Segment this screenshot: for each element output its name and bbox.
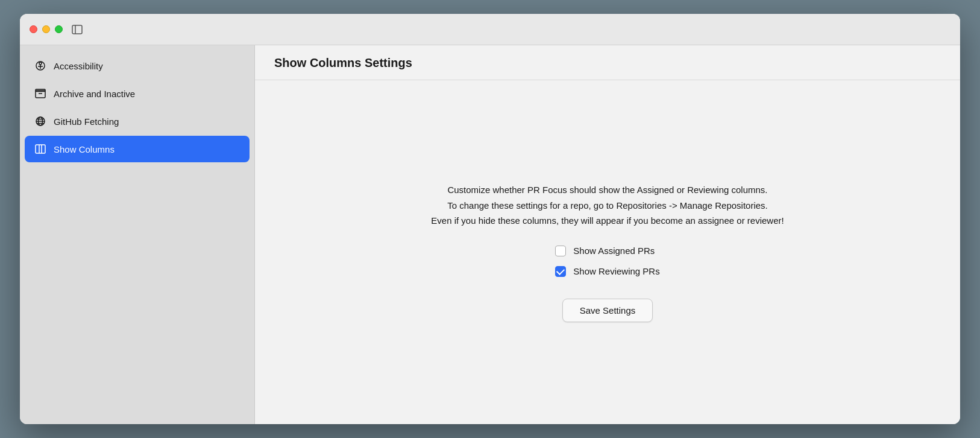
sidebar: Accessibility Archive and Inactive: [20, 45, 255, 424]
show-assigned-prs-item[interactable]: Show Assigned PRs: [555, 246, 655, 256]
minimize-button[interactable]: [42, 25, 50, 33]
show-reviewing-prs-item[interactable]: Show Reviewing PRs: [555, 266, 659, 277]
description-line2: To change these settings for a repo, go …: [431, 198, 784, 214]
sidebar-item-label: Accessibility: [54, 61, 103, 71]
description: Customize whether PR Focus should show t…: [431, 182, 784, 229]
main-body: Customize whether PR Focus should show t…: [255, 80, 960, 424]
checkbox-group: Show Assigned PRs Show Reviewing PRs: [555, 246, 659, 277]
svg-rect-14: [36, 145, 45, 153]
accessibility-icon: [34, 60, 46, 72]
show-reviewing-prs-label: Show Reviewing PRs: [573, 266, 659, 276]
sidebar-item-archive-and-inactive[interactable]: Archive and Inactive: [25, 80, 250, 107]
traffic-lights: [30, 25, 63, 33]
sidebar-item-label: Archive and Inactive: [54, 89, 135, 99]
app-window: Accessibility Archive and Inactive: [20, 14, 960, 424]
sidebar-item-accessibility[interactable]: Accessibility: [25, 52, 250, 79]
show-assigned-prs-checkbox[interactable]: [555, 246, 566, 256]
sidebar-item-label: Show Columns: [54, 144, 115, 154]
main-header: Show Columns Settings: [255, 45, 960, 80]
globe-icon: [34, 115, 46, 127]
maximize-button[interactable]: [55, 25, 63, 33]
main-content: Show Columns Settings Customize whether …: [255, 45, 960, 424]
svg-rect-0: [72, 25, 82, 34]
description-line3: Even if you hide these columns, they wil…: [431, 213, 784, 229]
show-reviewing-prs-checkbox[interactable]: [555, 266, 566, 277]
titlebar: [20, 14, 960, 45]
archive-icon: [34, 87, 46, 100]
close-button[interactable]: [30, 25, 37, 33]
description-line1: Customize whether PR Focus should show t…: [431, 182, 784, 198]
columns-icon: [34, 143, 46, 155]
content-area: Accessibility Archive and Inactive: [20, 45, 960, 424]
sidebar-item-show-columns[interactable]: Show Columns: [25, 136, 250, 162]
svg-point-2: [39, 62, 42, 65]
sidebar-toggle-button[interactable]: [71, 24, 83, 36]
sidebar-item-github-fetching[interactable]: GitHub Fetching: [25, 108, 250, 135]
page-title: Show Columns Settings: [274, 56, 412, 69]
sidebar-item-label: GitHub Fetching: [54, 116, 119, 127]
save-settings-button[interactable]: Save Settings: [562, 299, 653, 322]
show-assigned-prs-label: Show Assigned PRs: [573, 246, 655, 256]
settings-card: Customize whether PR Focus should show t…: [366, 182, 849, 322]
